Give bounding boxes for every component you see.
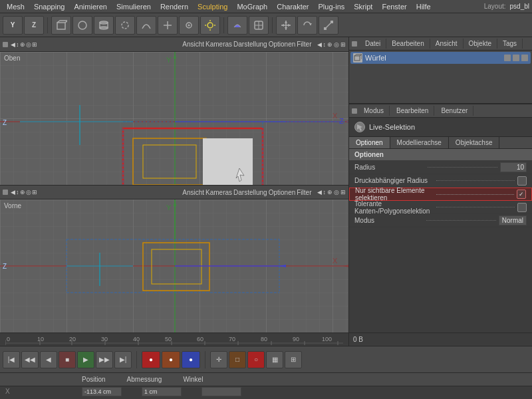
scale-tool[interactable]	[319, 16, 338, 35]
prop-druck-radius-checkbox[interactable]	[517, 176, 527, 186]
render-btn[interactable]: ▦	[266, 351, 283, 368]
object-tool-6[interactable]	[158, 16, 178, 35]
menu-snapping[interactable]: Snapping	[30, 1, 69, 12]
rph-tags[interactable]: Tags	[497, 39, 523, 49]
goto-start-btn[interactable]: |◀	[3, 351, 20, 368]
viewport-bottom-expand[interactable]	[3, 190, 8, 195]
bmode-icon-4[interactable]: ◎	[26, 189, 31, 196]
vp-arrow-2[interactable]: ◀	[317, 189, 322, 196]
bmode-icon-2[interactable]: ↕	[16, 189, 19, 196]
vp-zoom-1[interactable]: ⊕	[327, 41, 332, 48]
prop-sichtbare-checkbox[interactable]	[517, 190, 526, 199]
mode-icon-2[interactable]: ↕	[16, 41, 19, 48]
bmode-icon-5[interactable]: ⊞	[32, 189, 37, 196]
bmode-icon-1[interactable]: ◀	[11, 189, 15, 196]
record-pos-btn[interactable]: ●	[142, 351, 160, 368]
rph-ansicht[interactable]: Ansicht	[430, 39, 464, 49]
coord-y-input[interactable]	[142, 387, 182, 396]
step-back-btn[interactable]: ◀◀	[21, 351, 39, 368]
goto-end-btn[interactable]: ▶|	[114, 351, 132, 368]
vp-kameras-1[interactable]: Kameras	[205, 41, 232, 48]
menu-fenster[interactable]: Fenster	[378, 1, 410, 12]
stop-btn[interactable]: ■	[59, 351, 76, 368]
vp-zoom-2[interactable]: ⊕	[327, 189, 332, 196]
object-tool-2[interactable]	[72, 16, 92, 35]
tph-bearbeiten[interactable]: Bearbeiten	[391, 106, 434, 116]
vp-arrow-1[interactable]: ◀	[317, 41, 322, 48]
menu-mograph[interactable]: MoGraph	[233, 1, 271, 12]
mode-icon-3[interactable]: ⊕	[20, 41, 25, 48]
panel-expand-btn[interactable]	[352, 41, 357, 47]
effector-tool[interactable]	[249, 16, 269, 35]
vp-ansicht-1[interactable]: Ansicht	[182, 41, 204, 48]
vp-ansicht-2[interactable]: Ansicht	[182, 189, 204, 196]
move-tool[interactable]	[276, 16, 296, 35]
menu-animieren[interactable]: Animieren	[70, 1, 111, 12]
viewport-top[interactable]: Oben	[0, 52, 348, 185]
vp-rot-1[interactable]: ◎	[334, 41, 339, 48]
play-reverse-btn[interactable]: ◀	[40, 351, 57, 368]
square-nav-btn[interactable]: □	[229, 351, 246, 368]
redo-button[interactable]: Z	[24, 16, 44, 35]
vp-filter-2[interactable]: Filter	[297, 189, 311, 196]
mode-icon-4[interactable]: ◎	[26, 41, 31, 48]
record-scale-btn[interactable]: ●	[182, 351, 200, 368]
vis-icon-2[interactable]	[513, 55, 519, 61]
prop-tolerante-checkbox[interactable]	[517, 203, 527, 212]
record-rot-btn[interactable]: ●	[162, 351, 180, 368]
undo-button[interactable]: Y	[3, 16, 23, 35]
menu-rendern[interactable]: Rendern	[156, 1, 192, 12]
menu-skript[interactable]: Skript	[350, 1, 376, 12]
tab-objektachse[interactable]: Objektachse	[449, 137, 500, 148]
object-tool-8[interactable]	[200, 16, 220, 35]
vp-grid-2[interactable]: ⊞	[340, 189, 346, 196]
menu-simulieren[interactable]: Simulieren	[112, 1, 155, 12]
rph-bearbeiten[interactable]: Bearbeiten	[386, 39, 430, 49]
vp-optionen-2[interactable]: Optionen	[269, 189, 296, 196]
vis-icon-3[interactable]	[521, 55, 528, 61]
menu-charakter[interactable]: Charakter	[273, 1, 313, 12]
vp-grid-1[interactable]: ⊞	[340, 41, 346, 48]
step-fwd-btn[interactable]: ▶▶	[96, 351, 113, 368]
tab-optionen[interactable]: Optionen	[349, 137, 390, 148]
circle-nav-btn[interactable]: ○	[247, 351, 265, 368]
play-btn[interactable]: ▶	[77, 351, 94, 368]
vp-filter-1[interactable]: Filter	[297, 41, 311, 48]
vp-move-2[interactable]: ↕	[323, 189, 327, 196]
vp-darstellung-2[interactable]: Darstellung	[233, 189, 267, 196]
bmode-icon-3[interactable]: ⊕	[20, 189, 25, 196]
coord-z-input[interactable]	[201, 387, 241, 396]
tool-panel-expand[interactable]	[352, 108, 357, 114]
grid-btn[interactable]: ⊞	[285, 351, 302, 368]
menu-mesh[interactable]: Mesh	[3, 1, 29, 12]
coord-x-input[interactable]	[82, 387, 122, 396]
vp-optionen-1[interactable]: Optionen	[269, 41, 296, 48]
vp-rot-2[interactable]: ◎	[334, 189, 339, 196]
menu-hilfe[interactable]: Hilfe	[412, 1, 435, 12]
object-tool-1[interactable]	[51, 16, 71, 35]
viewport-front[interactable]: Vorne	[0, 200, 348, 332]
object-tool-3[interactable]	[94, 16, 114, 35]
object-tool-4[interactable]	[115, 16, 135, 35]
rph-objekte[interactable]: Objekte	[464, 39, 497, 49]
vp-kameras-2[interactable]: Kameras	[205, 189, 232, 196]
prop-modus-value[interactable]: Normal	[499, 215, 527, 225]
tab-modellierachse[interactable]: Modellierachse	[390, 137, 449, 148]
object-item-wurfel[interactable]: Würfel	[350, 52, 531, 64]
object-tool-7[interactable]	[179, 16, 199, 35]
mode-icon-1[interactable]: ◀	[11, 41, 15, 48]
vp-darstellung-1[interactable]: Darstellung	[233, 41, 267, 48]
viewport-top-expand[interactable]	[3, 42, 8, 47]
tph-benutzer[interactable]: Benutzer	[436, 106, 473, 116]
vis-icon-1[interactable]	[504, 55, 511, 61]
menu-sculpting[interactable]: Sculpting	[194, 1, 231, 12]
rph-datei[interactable]: Datei	[360, 39, 386, 49]
mode-icon-5[interactable]: ⊞	[32, 41, 37, 48]
move-nav-btn[interactable]: ✛	[210, 351, 227, 368]
tph-modus[interactable]: Modus	[358, 106, 390, 116]
rotate-tool[interactable]	[297, 16, 317, 35]
deformer-tool[interactable]	[227, 16, 247, 35]
prop-radius-input[interactable]	[500, 162, 527, 172]
object-tool-5[interactable]	[136, 16, 156, 35]
menu-plugins[interactable]: Plug-ins	[315, 1, 349, 12]
